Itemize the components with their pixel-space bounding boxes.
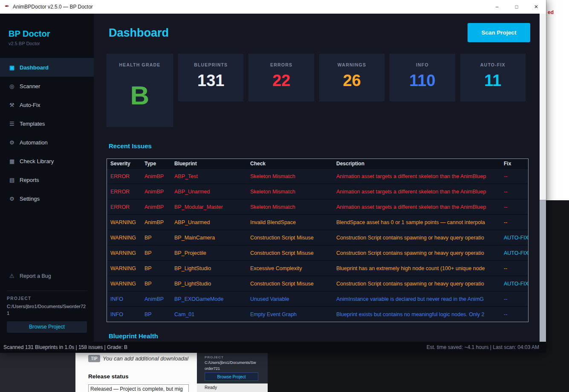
cell-type: AnimBP: [141, 204, 171, 210]
sidebar-item-reports[interactable]: ▤ Reports: [0, 170, 94, 189]
cell-check: Empty Event Graph: [247, 311, 333, 317]
table-row[interactable]: WARNING BP BP_Projectile Construction Sc…: [107, 245, 528, 260]
cell-blueprint: BP_MainCamera: [171, 235, 247, 241]
errors-label: ERRORS: [248, 62, 314, 67]
errors-card: ERRORS 22: [248, 54, 314, 101]
main-content: Dashboard Scan Project HEALTH GRADE B BL…: [94, 14, 540, 342]
release-status-select[interactable]: Released — Project is complete, but mig: [88, 384, 189, 392]
auto-fix-label: AUTO-FIX: [460, 62, 526, 67]
close-button[interactable]: ✕: [526, 0, 546, 14]
cell-description: AnimInstance variable is declared but ne…: [333, 296, 500, 302]
cell-type: AnimBP: [141, 296, 171, 302]
status-bar: Scanned 131 Blueprints in 1.0s | 158 iss…: [0, 342, 546, 353]
cell-check: Skeleton Mismatch: [247, 189, 333, 195]
cell-severity: INFO: [107, 296, 141, 302]
table-row[interactable]: ERROR AnimBP ABP_Test Skeleton Mismatch …: [107, 168, 528, 184]
cell-blueprint: ABP_Unarmed: [171, 219, 247, 225]
project-block: PROJECT C:/Users/jbro1/Documents/Sworder…: [7, 291, 88, 333]
background-panel-right: [268, 353, 569, 392]
cell-type: BP: [141, 250, 171, 256]
cell-fix: AUTO-FIX: [500, 235, 528, 241]
sidebar-item-auto-fix[interactable]: ⚒ Auto-Fix: [0, 95, 94, 114]
table-row[interactable]: WARNING BP BP_LightStudio Excessive Comp…: [107, 260, 528, 276]
cell-type: BP: [141, 235, 171, 241]
report-a-bug-link[interactable]: ⚠ Report a Bug: [9, 273, 51, 279]
column-header-check: Check: [247, 161, 333, 167]
cell-fix: --: [500, 173, 528, 179]
table-row[interactable]: WARNING AnimBP ABP_Unarmed Invalid Blend…: [107, 214, 528, 230]
cell-type: BP: [141, 311, 171, 317]
cell-blueprint: BP_LightStudio: [171, 281, 247, 287]
minimize-button[interactable]: –: [487, 0, 507, 14]
brand-version: v2.5 BP Doctor: [9, 41, 40, 46]
health-grade-label: HEALTH GRADE: [107, 62, 173, 67]
table-row[interactable]: ERROR AnimBP BP_Modular_Master Skeleton …: [107, 199, 528, 214]
settings-icon: ⚙: [9, 196, 20, 202]
scanner-icon: ◎: [9, 83, 20, 89]
project-path: C:/Users/jbro1/Documents/Sworder721: [7, 303, 87, 317]
warnings-card: WARNINGS 26: [319, 54, 384, 101]
info-card: INFO 110: [390, 54, 455, 101]
cell-check: Skeleton Mismatch: [247, 173, 333, 179]
app-icon: ✒: [5, 3, 9, 9]
sidebar-item-label: Reports: [20, 177, 39, 183]
templates-icon: ☰: [9, 121, 20, 127]
table-row[interactable]: WARNING BP BP_MainCamera Construction Sc…: [107, 230, 528, 245]
mini-project-panel: PROJECT C:/Users/jbro1/Documents/Sworder…: [197, 353, 268, 383]
page-title: Dashboard: [109, 26, 169, 40]
cell-type: AnimBP: [141, 189, 171, 195]
project-label: PROJECT: [7, 296, 88, 301]
cell-description: Animation asset targets a different skel…: [333, 204, 500, 210]
sidebar-item-scanner[interactable]: ◎ Scanner: [0, 77, 94, 95]
cell-description: Construction Script contains spawning or…: [333, 250, 500, 256]
cell-check: Skeleton Mismatch: [247, 204, 333, 210]
browse-project-button[interactable]: Browse Project: [7, 321, 87, 333]
blueprints-label: BLUEPRINTS: [178, 62, 243, 67]
sidebar-item-label: Check Library: [20, 158, 54, 164]
mini-project-path: C:/Users/jbro1/Documents/Sworder721: [205, 360, 257, 372]
mini-status-text: Ready: [205, 385, 217, 390]
cell-blueprint: BP_Projectile: [171, 250, 247, 256]
sidebar-item-label: Automation: [20, 139, 48, 146]
table-header-row: Severity Type Blueprint Check Descriptio…: [107, 159, 528, 168]
warnings-value: 26: [319, 72, 384, 90]
cell-description: Blueprint exists but contains no meaning…: [333, 311, 500, 317]
cell-severity: ERROR: [107, 173, 141, 179]
cell-fix: --: [500, 311, 528, 317]
sidebar: BP Doctor v2.5 BP Doctor ▣ Dashboard ◎ S…: [0, 14, 94, 342]
brand-title: BP Doctor: [9, 29, 50, 39]
scan-project-button[interactable]: Scan Project: [468, 23, 530, 42]
sidebar-item-label: Dashboard: [20, 64, 49, 71]
table-row[interactable]: ERROR AnimBP ABP_Unarmed Skeleton Mismat…: [107, 184, 528, 199]
cell-check: Excessive Complexity: [247, 265, 333, 271]
column-header-fix: Fix: [500, 161, 528, 167]
health-grade-value: B: [107, 80, 173, 110]
sidebar-nav: ▣ Dashboard ◎ Scanner ⚒ Auto-Fix ☰ Templ…: [0, 58, 94, 208]
table-row[interactable]: WARNING BP BP_LightStudio Construction S…: [107, 276, 528, 291]
cell-severity: WARNING: [107, 235, 141, 241]
mini-browse-project-button[interactable]: Browse Project: [205, 372, 258, 381]
table-row[interactable]: INFO BP Cam_01 Empty Event Graph Bluepri…: [107, 306, 528, 322]
cell-severity: WARNING: [107, 281, 141, 287]
blueprints-card: BLUEPRINTS 131: [178, 54, 243, 101]
background-panel-left: [0, 353, 75, 392]
maximize-button[interactable]: □: [507, 0, 526, 14]
sidebar-item-check-library[interactable]: ▦ Check Library: [0, 152, 94, 170]
tip-text: You can add additional downloadal: [103, 355, 194, 362]
scrollbar-thumb[interactable]: [540, 14, 546, 200]
cell-description: Blueprint has an extremely high node cou…: [333, 265, 500, 271]
check-library-icon: ▦: [9, 158, 20, 164]
cell-type: AnimBP: [141, 173, 171, 179]
automation-icon: ⚙: [9, 139, 20, 146]
sidebar-item-settings[interactable]: ⚙ Settings: [0, 189, 94, 208]
cell-blueprint: BP_LightStudio: [171, 265, 247, 271]
sidebar-item-automation[interactable]: ⚙ Automation: [0, 133, 94, 152]
sidebar-item-dashboard[interactable]: ▣ Dashboard: [0, 58, 94, 77]
vertical-scrollbar[interactable]: [540, 14, 546, 342]
cell-blueprint: Cam_01: [171, 311, 247, 317]
table-row[interactable]: INFO AnimBP BP_EXOGameMode Unused Variab…: [107, 291, 528, 306]
background-text-fragment: ed: [548, 9, 554, 15]
sidebar-item-templates[interactable]: ☰ Templates: [0, 114, 94, 133]
reports-icon: ▤: [9, 177, 20, 183]
health-grade-card: HEALTH GRADE B: [107, 54, 173, 127]
